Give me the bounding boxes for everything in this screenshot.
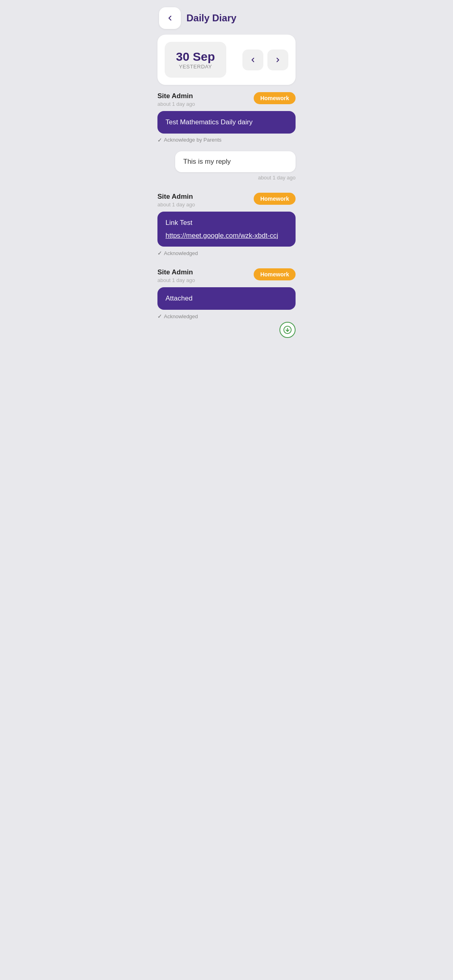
entry-3-author-block: Site Admin about 1 day ago [157,268,195,283]
date-nav [242,49,288,70]
checkmark-icon: ✓ [157,137,162,143]
entry-2-bubble: Link Test https://meet.google.com/wzk-xb… [157,212,296,247]
download-button[interactable] [279,322,296,338]
page-title: Daily Diary [186,12,236,24]
entry-2-link[interactable]: https://meet.google.com/wzk-xbdt-ccj [165,231,288,241]
entry-1-author: Site Admin [157,92,195,100]
checkmark-icon-2: ✓ [157,250,162,256]
date-card: 30 Sep YESTERDAY [157,35,296,85]
checkmark-icon-3: ✓ [157,313,162,319]
entry-2-acknowledge: ✓ Acknowledged [157,250,296,256]
date-box: 30 Sep YESTERDAY [165,42,226,78]
entry-2: Site Admin about 1 day ago Homework Link… [157,193,296,257]
header: Daily Diary [151,0,302,35]
date-day: 30 Sep [176,50,215,64]
entry-3-time: about 1 day ago [157,277,195,283]
reply-1-text: This is my reply [183,158,231,165]
entry-3-message: Attached [165,294,192,302]
reply-1-bubble: This is my reply [175,151,296,172]
entry-2-time: about 1 day ago [157,202,195,208]
back-button[interactable] [159,7,181,29]
entry-1-message: Test Mathematics Daily dairy [165,118,252,126]
date-label: YESTERDAY [179,64,212,70]
entry-2-author-block: Site Admin about 1 day ago [157,193,195,208]
prev-date-button[interactable] [242,49,263,70]
reply-1-section: This is my reply about 1 day ago [175,151,296,181]
download-row [157,322,296,338]
entry-1-author-block: Site Admin about 1 day ago [157,92,195,107]
entry-1-badge: Homework [254,92,296,104]
entry-3-author: Site Admin [157,268,195,276]
entry-3-acknowledge: ✓ Acknowledged [157,313,296,319]
entry-2-header: Site Admin about 1 day ago Homework [157,193,296,208]
entry-2-badge: Homework [254,193,296,205]
entry-3-badge: Homework [254,268,296,280]
next-date-button[interactable] [267,49,288,70]
entry-1: Site Admin about 1 day ago Homework Test… [157,92,296,143]
entry-1-time: about 1 day ago [157,101,195,107]
entry-3-bubble: Attached [157,287,296,310]
reply-1-time: about 1 day ago [258,175,296,181]
entry-3: Site Admin about 1 day ago Homework Atta… [157,268,296,338]
entry-1-acknowledge: ✓ Acknowledge by Parents [157,137,296,143]
entry-2-title: Link Test [165,218,288,228]
entry-2-author: Site Admin [157,193,195,201]
entry-1-bubble: Test Mathematics Daily dairy [157,111,296,134]
entry-3-header: Site Admin about 1 day ago Homework [157,268,296,283]
entry-1-header: Site Admin about 1 day ago Homework [157,92,296,107]
